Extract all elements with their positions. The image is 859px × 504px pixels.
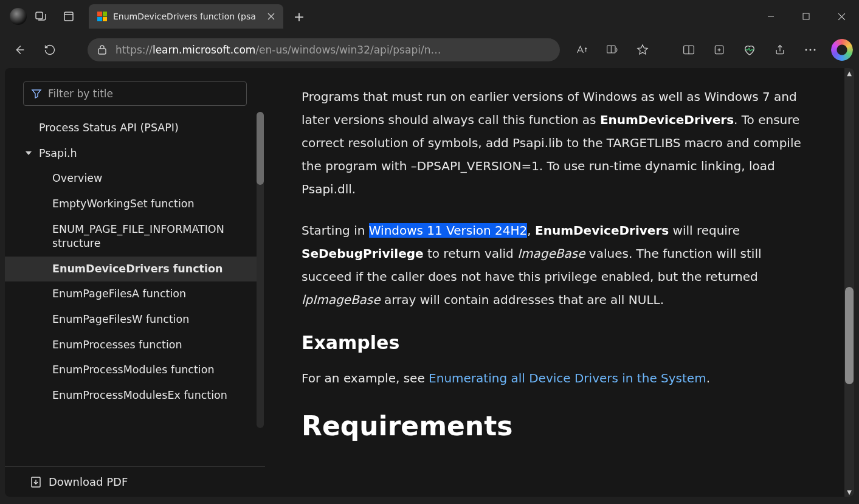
nav-item[interactable]: EnumProcesses function <box>5 333 258 358</box>
ms-logo-icon <box>97 12 107 21</box>
examples-paragraph: For an example, see Enumerating all Devi… <box>302 367 812 390</box>
immersive-reader-icon[interactable] <box>599 38 626 62</box>
filter-icon <box>31 89 42 98</box>
profile-avatar[interactable] <box>10 8 27 25</box>
examples-heading: Examples <box>302 332 812 353</box>
address-bar[interactable]: https://learn.microsoft.com/en-us/window… <box>88 38 560 61</box>
tab-close-button[interactable] <box>267 13 275 20</box>
paragraph-2: Starting in Windows 11 Version 24H2, Enu… <box>302 219 812 311</box>
share-icon[interactable] <box>767 38 793 62</box>
download-pdf-label: Download PDF <box>49 475 128 488</box>
nav-item-label: EnumDeviceDrivers function <box>52 262 223 277</box>
scroll-up-arrow[interactable]: ▲ <box>844 68 854 78</box>
nav-item-label: EnumProcessModulesEx function <box>52 388 227 403</box>
nav-item[interactable]: EnumPageFilesW function <box>5 307 258 333</box>
close-window-button[interactable] <box>824 2 859 30</box>
refresh-button[interactable] <box>36 38 63 62</box>
read-aloud-icon[interactable] <box>568 38 595 62</box>
nav-item-label: EnumProcessModules function <box>52 363 214 378</box>
requirements-heading: Requirements <box>302 410 812 441</box>
more-button[interactable] <box>797 38 824 62</box>
svg-rect-3 <box>98 49 106 54</box>
nav-item-label: EnumPageFilesW function <box>52 312 189 327</box>
highlighted-text: Windows 11 Version 24H2 <box>369 223 528 238</box>
page-scrollbar-thumb[interactable] <box>845 287 854 384</box>
split-screen-icon[interactable] <box>675 38 702 62</box>
maximize-button[interactable] <box>788 2 824 30</box>
nav-item-label: Process Status API (PSAPI) <box>39 121 179 136</box>
svg-rect-1 <box>64 12 73 21</box>
browser-toolbar: https://learn.microsoft.com/en-us/window… <box>0 33 859 67</box>
nav-item[interactable]: ENUM_PAGE_FILE_INFORMATION structure <box>5 217 258 257</box>
svg-rect-0 <box>36 12 43 19</box>
nav-item[interactable]: EmptyWorkingSet function <box>5 192 258 217</box>
nav-item[interactable]: EnumProcessModules function <box>5 357 258 383</box>
pdf-icon <box>30 476 41 488</box>
svg-point-7 <box>806 49 807 51</box>
nav-item[interactable]: EnumPageFilesA function <box>5 281 258 307</box>
nav-item[interactable]: Process Status API (PSAPI) <box>5 116 258 141</box>
site-info-icon[interactable] <box>97 44 107 55</box>
nav-item-label: Psapi.h <box>39 147 77 161</box>
minimize-button[interactable] <box>753 2 788 30</box>
examples-link[interactable]: Enumerating all Device Drivers in the Sy… <box>429 371 706 385</box>
browser-tab[interactable]: EnumDeviceDrivers function (psa <box>89 4 283 29</box>
favorite-button[interactable] <box>629 38 656 62</box>
nav-item[interactable]: EnumDeviceDrivers function <box>5 257 258 282</box>
nav-item-label: Overview <box>52 171 102 186</box>
nav-item[interactable]: Psapi.h <box>5 141 258 167</box>
back-button[interactable] <box>6 38 33 62</box>
nav-item[interactable]: Overview <box>5 166 258 192</box>
workspaces-icon[interactable] <box>27 2 55 30</box>
nav-tree: Process Status API (PSAPI)Psapi.hOvervie… <box>5 116 258 409</box>
nav-item-label: EnumProcesses function <box>52 338 182 353</box>
svg-point-8 <box>810 49 812 51</box>
sidebar: Process Status API (PSAPI)Psapi.hOvervie… <box>5 68 265 497</box>
nav-item[interactable]: EnumProcessModulesEx function <box>5 383 258 409</box>
url-text: https://learn.microsoft.com/en-us/window… <box>116 44 550 56</box>
svg-point-9 <box>814 49 816 51</box>
collections-icon[interactable] <box>706 38 733 62</box>
svg-rect-2 <box>803 13 809 19</box>
download-pdf-button[interactable]: Download PDF <box>5 466 265 497</box>
page-body: Process Status API (PSAPI)Psapi.hOvervie… <box>5 68 854 497</box>
titlebar: EnumDeviceDrivers function (psa + <box>0 0 859 33</box>
scroll-down-arrow[interactable]: ▼ <box>844 487 854 497</box>
filter-input[interactable] <box>48 88 239 100</box>
tab-title: EnumDeviceDrivers function (psa <box>113 12 261 21</box>
health-icon[interactable] <box>736 38 763 62</box>
nav-item-label: ENUM_PAGE_FILE_INFORMATION structure <box>52 223 258 251</box>
nav-item-label: EnumPageFilesA function <box>52 287 186 302</box>
window-controls <box>753 2 859 30</box>
paragraph-1: Programs that must run on earlier versio… <box>302 85 812 201</box>
new-tab-button[interactable]: + <box>287 4 311 29</box>
tab-actions-icon[interactable] <box>55 2 83 30</box>
copilot-icon[interactable] <box>831 39 853 61</box>
sidebar-scrollbar[interactable] <box>257 112 264 428</box>
filter-box[interactable] <box>23 81 247 106</box>
page-scrollbar[interactable]: ▲ ▼ <box>844 68 854 497</box>
sidebar-scrollbar-thumb[interactable] <box>257 112 264 185</box>
nav-item-label: EmptyWorkingSet function <box>52 197 195 212</box>
content-area: Programs that must run on earlier versio… <box>265 68 844 497</box>
